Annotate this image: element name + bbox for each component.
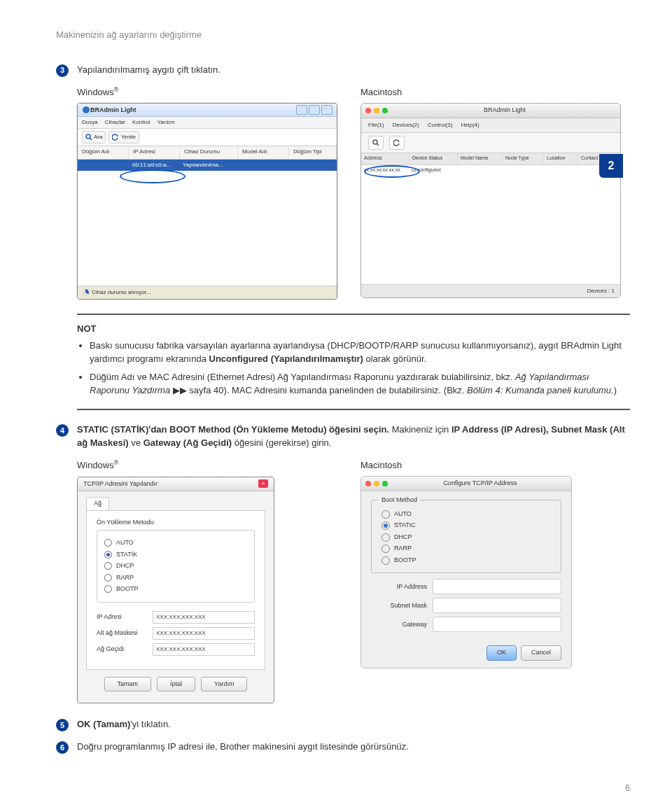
subnet-mask-field: Alt ağ Maskesi XXX.XXX.XXX.XXX [97, 627, 255, 640]
radio-rarp[interactable]: RARP [382, 544, 551, 554]
window-controls [296, 105, 332, 115]
ip-address-field: IP Adresi XXX.XXX.XXX.XXX [97, 611, 255, 624]
refresh-button[interactable] [389, 136, 405, 150]
windows-label: Windows® [77, 458, 346, 472]
table-row[interactable]: 00:11:a9:c0:a... Yapılandırılma... [78, 160, 337, 171]
radio-dhcp[interactable]: DHCP [382, 533, 551, 542]
dialog-titlebar: TCP/IP Adresini Yapılandır × [78, 477, 274, 492]
search-button[interactable] [368, 136, 384, 150]
close-icon[interactable]: × [258, 479, 268, 488]
note-box: NOT Baskı sunucusu fabrika varsayılan ay… [77, 314, 630, 410]
radio-dhcp[interactable]: DHCP [104, 561, 247, 571]
win-titlebar: BRAdmin Light [78, 104, 337, 117]
mac-tcpip-dialog: Configure TCP/IP Address Boot Method AUT… [360, 476, 572, 668]
chapter-tab: 2 [599, 154, 623, 178]
windows-tcpip-dialog: TCP/IP Adresini Yapılandır × Ağ Ön Yükle… [77, 477, 274, 704]
step-bullet: 4 [56, 424, 69, 437]
step-4: 4 STATIC (STATİK)'dan BOOT Method (Ön Yü… [56, 423, 630, 450]
search-icon [372, 139, 379, 146]
windows-label: Windows® [77, 85, 346, 99]
page-section-header: Makinenizin ağ ayarlarını değiştirme [56, 28, 630, 42]
ok-button[interactable]: OK [486, 645, 517, 661]
svg-line-2 [90, 138, 92, 140]
help-button[interactable]: Yardım [201, 677, 247, 692]
step-text: OK (Tamam)'yi tıklatın. [77, 717, 630, 731]
win-statusbar: Cihaz durumu alınıyor... [78, 286, 337, 299]
macintosh-label: Macintosh [360, 458, 630, 472]
win-list-body: 00:11:a9:c0:a... Yapılandırılma... [78, 160, 337, 286]
cancel-button[interactable]: Cancel [521, 645, 561, 661]
macintosh-label: Macintosh [360, 85, 630, 99]
note-bullet: Düğüm Adı ve MAC Adresini (Ethernet Adre… [90, 370, 630, 398]
mac-statusbar: Devices : 1 [361, 284, 620, 297]
mac-window-controls [365, 108, 388, 113]
dialog-titlebar: Configure TCP/IP Address [361, 477, 571, 491]
tab-network[interactable]: Ağ [86, 497, 109, 510]
app-icon [82, 106, 90, 114]
gateway-input[interactable] [433, 617, 561, 632]
ip-input[interactable]: XXX.XXX.XXX.XXX [153, 611, 255, 624]
radio-static[interactable]: STATIC [382, 521, 551, 531]
step-5: 5 OK (Tamam)'yi tıklatın. [56, 717, 630, 731]
radio-auto[interactable]: AUTO [382, 510, 551, 519]
cancel-button[interactable]: İptal [157, 677, 195, 692]
highlight-oval [120, 169, 186, 183]
win-toolbar: Ara Yenile [78, 129, 337, 146]
gateway-field: Gateway [371, 617, 561, 632]
ok-button[interactable]: Tamam [104, 677, 152, 692]
step-bullet: 5 [56, 719, 69, 731]
mac-titlebar: BRAdmin Light [361, 104, 620, 118]
refresh-button[interactable]: Yenile [108, 131, 139, 143]
page-number: 6 [56, 782, 630, 793]
radio-static[interactable]: STATİK [104, 550, 247, 560]
search-button[interactable]: Ara [82, 131, 106, 143]
mac-window-controls [365, 481, 388, 486]
mac-menu: File(1)Devices(2)Control(3)Help(4) [361, 118, 620, 133]
search-icon [85, 134, 92, 141]
step-text: Yapılandırılmamış aygıtı çift tıklatın. [77, 63, 630, 77]
ip-input[interactable] [433, 579, 561, 594]
mac-bradmin-screenshot: BRAdmin Light File(1)Devices(2)Control(3… [360, 103, 621, 298]
refresh-icon [112, 134, 119, 141]
mac-list-header: Address Device Status Model Name Node Ty… [361, 153, 620, 165]
note-title: NOT [77, 322, 630, 336]
gateway-input[interactable]: XXX.XXX.XXX.XXX [153, 643, 255, 656]
boot-method-group: AUTO STATİK DHCP RARP BOOTP [97, 530, 255, 603]
subnet-input[interactable]: XXX.XXX.XXX.XXX [153, 627, 255, 640]
step-bullet: 3 [56, 64, 69, 77]
step-3: 3 Yapılandırılmamış aygıtı çift tıklatın… [56, 63, 630, 77]
subnet-mask-field: Subnet Mask [371, 598, 561, 613]
step-text: Doğru programlanmış IP adresi ile, Broth… [77, 740, 630, 754]
radio-rarp[interactable]: RARP [104, 573, 247, 583]
step-bullet: 6 [56, 741, 69, 754]
mac-toolbar [361, 133, 620, 153]
group-title: Ön Yükleme Metodu [97, 518, 255, 528]
svg-point-0 [83, 106, 90, 113]
radio-bootp[interactable]: BOOTP [104, 584, 247, 594]
group-title: Boot Method [379, 496, 420, 505]
win-list-header: Düğüm Adı IP Adresi Cihaz Durumu Model A… [78, 146, 337, 160]
step-6: 6 Doğru programlanmış IP adresi ile, Bro… [56, 740, 630, 754]
refresh-icon [393, 139, 400, 146]
radio-bootp[interactable]: BOOTP [382, 556, 551, 566]
highlight-oval [364, 165, 420, 178]
subnet-input[interactable] [433, 598, 561, 613]
svg-line-4 [377, 143, 379, 146]
note-bullet: Baskı sunucusu fabrika varsayılan ayarla… [90, 339, 630, 366]
mac-list-body: xx:xx:xx:xx:xx:xx Unconfigured [361, 165, 620, 284]
gateway-field: Ağ Geçidi XXX.XXX.XXX.XXX [97, 643, 255, 656]
progress-icon [82, 289, 89, 296]
step-text: STATIC (STATİK)'dan BOOT Method (Ön Yükl… [77, 423, 630, 450]
win-menu: DosyaCihazlarKontrolYardım [78, 117, 337, 129]
ip-address-field: IP Address [371, 579, 561, 594]
boot-method-group: Boot Method AUTO STATIC DHCP RARP BOOTP [371, 500, 561, 574]
radio-auto[interactable]: AUTO [104, 538, 247, 548]
windows-bradmin-screenshot: BRAdmin Light DosyaCihazlarKontrolYardım… [77, 103, 337, 300]
